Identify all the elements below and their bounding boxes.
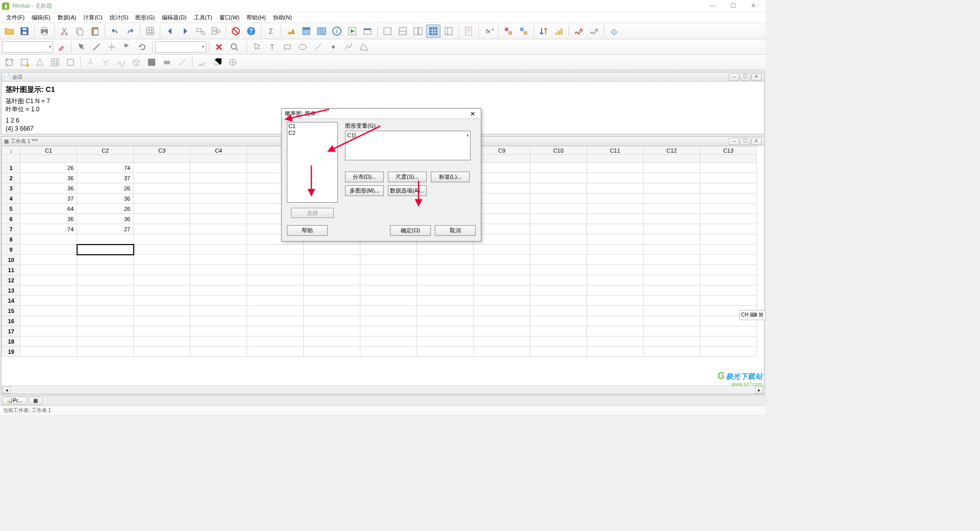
- dialog-select-button[interactable]: 选择: [291, 208, 334, 218]
- text-icon[interactable]: T: [265, 40, 279, 54]
- menu-stat[interactable]: 统计(S): [107, 13, 132, 22]
- sort-desc-icon[interactable]: [552, 25, 566, 38]
- line-icon[interactable]: [311, 40, 325, 54]
- brush2-icon[interactable]: [517, 25, 531, 38]
- curve1-icon[interactable]: [572, 25, 586, 38]
- layout4-icon[interactable]: [442, 25, 456, 38]
- 3d-axes2-icon[interactable]: [99, 56, 113, 69]
- layout3-icon[interactable]: [411, 25, 425, 38]
- task-tab2[interactable]: ▦: [29, 397, 42, 405]
- brush1-icon[interactable]: [501, 25, 516, 38]
- menu-calc[interactable]: 计算(C): [80, 13, 105, 22]
- layout2-icon[interactable]: [396, 25, 410, 38]
- combo-2[interactable]: ▾: [155, 41, 206, 53]
- prev-icon[interactable]: [163, 25, 177, 38]
- 3d-fill-icon[interactable]: [144, 56, 159, 69]
- scroll-left-icon[interactable]: ◂: [3, 387, 11, 394]
- rect-icon[interactable]: [280, 40, 295, 54]
- grid3-icon[interactable]: [48, 56, 62, 69]
- cut-icon[interactable]: [57, 25, 71, 38]
- task-tab1[interactable]: 📊 Pr...: [2, 397, 27, 405]
- find-replace-icon[interactable]: [209, 25, 223, 38]
- brush-tool-icon[interactable]: [54, 40, 68, 54]
- ok-button[interactable]: 确定(O): [390, 225, 431, 236]
- menu-edit[interactable]: 编辑(E): [29, 13, 54, 22]
- crosshair-icon[interactable]: [105, 40, 119, 54]
- 3d-cube-icon[interactable]: [129, 56, 143, 69]
- ime-indicator[interactable]: CH ⌨ 简: [739, 310, 766, 320]
- new-win-icon[interactable]: [360, 25, 375, 38]
- flag-icon[interactable]: [120, 40, 134, 54]
- crop1-icon[interactable]: [2, 56, 16, 69]
- ws-close-icon[interactable]: ✕: [751, 138, 762, 145]
- menu-file[interactable]: 文件(F): [3, 13, 28, 22]
- sigma-icon[interactable]: Σ: [264, 25, 278, 38]
- curve2-icon[interactable]: [587, 25, 601, 38]
- frame-icon[interactable]: [63, 56, 78, 69]
- run-icon[interactable]: [345, 25, 359, 38]
- dialog-close-icon[interactable]: ✕: [468, 110, 478, 117]
- stat-tool1-icon[interactable]: [284, 25, 298, 38]
- fx-icon[interactable]: fx▾: [481, 25, 496, 38]
- redo-icon[interactable]: [123, 25, 137, 38]
- pen-icon[interactable]: [89, 40, 104, 54]
- polyline-icon[interactable]: [341, 40, 356, 54]
- ws-min-icon[interactable]: —: [729, 138, 739, 145]
- perspective-icon[interactable]: [33, 56, 47, 69]
- save-icon[interactable]: [17, 25, 32, 38]
- minimize-button[interactable]: —: [702, 1, 723, 11]
- ws-max-icon[interactable]: ☐: [740, 138, 750, 145]
- sort-asc-icon[interactable]: [536, 25, 551, 38]
- layout-grid-icon[interactable]: [426, 25, 440, 38]
- report-icon[interactable]: [461, 25, 476, 38]
- rotate-icon[interactable]: [135, 40, 150, 54]
- distribution-button[interactable]: 分布(D)...: [345, 172, 384, 182]
- menu-help[interactable]: 帮助(H): [243, 13, 268, 22]
- paste-icon[interactable]: [88, 25, 102, 38]
- 3d-chart1-icon[interactable]: [195, 56, 209, 69]
- menu-graph[interactable]: 图形(G): [132, 13, 158, 22]
- menu-editor[interactable]: 编辑器(D): [159, 13, 189, 22]
- layout1-icon[interactable]: [380, 25, 395, 38]
- maximize-button[interactable]: ☐: [723, 1, 743, 11]
- ellipse-icon[interactable]: [296, 40, 310, 54]
- next-icon[interactable]: [178, 25, 192, 38]
- 3d-print-icon[interactable]: [160, 56, 174, 69]
- menu-assist[interactable]: 协助(N): [270, 13, 295, 22]
- help-button[interactable]: 帮助: [287, 225, 328, 236]
- 3d-line-icon[interactable]: [175, 56, 189, 69]
- pointer-icon[interactable]: [74, 40, 88, 54]
- menu-window[interactable]: 窗口(W): [216, 13, 243, 22]
- undo-icon[interactable]: [108, 25, 122, 38]
- zoom-icon[interactable]: [227, 40, 241, 54]
- stat-tool3-icon[interactable]: [314, 25, 329, 38]
- h-scrollbar[interactable]: ◂ ▸: [2, 385, 764, 394]
- 3d-axes-icon[interactable]: [83, 56, 97, 69]
- marker-icon[interactable]: [326, 40, 340, 54]
- 3d-curve-icon[interactable]: [114, 56, 128, 69]
- session-max-icon[interactable]: ☐: [740, 74, 750, 81]
- eraser-icon[interactable]: [607, 25, 621, 38]
- open-icon[interactable]: [2, 25, 16, 38]
- stat-tool2-icon[interactable]: [299, 25, 313, 38]
- polygon-icon[interactable]: [357, 40, 371, 54]
- combo-1[interactable]: ▾: [2, 41, 53, 53]
- session-min-icon[interactable]: —: [729, 74, 739, 81]
- info-icon[interactable]: i: [330, 25, 344, 38]
- session-close-icon[interactable]: ✕: [751, 74, 762, 81]
- close-button[interactable]: ✕: [743, 1, 764, 11]
- cancel-button[interactable]: 取消: [435, 225, 476, 236]
- select-icon[interactable]: [250, 40, 264, 54]
- 3d-chart3-icon[interactable]: [226, 56, 240, 69]
- copy-icon[interactable]: [72, 25, 87, 38]
- worksheet-icon[interactable]: [143, 25, 157, 38]
- menu-tools[interactable]: 工具(T): [191, 13, 215, 22]
- find-icon[interactable]: [193, 25, 208, 38]
- delete-red-icon[interactable]: [212, 40, 226, 54]
- crop2-icon[interactable]: [17, 56, 32, 69]
- print-icon[interactable]: [37, 25, 52, 38]
- 3d-chart2-icon[interactable]: [210, 56, 225, 69]
- scroll-right-icon[interactable]: ▸: [755, 387, 763, 394]
- menu-data[interactable]: 数据(A): [55, 13, 80, 22]
- multigraph-button[interactable]: 多图形(M)...: [345, 185, 384, 196]
